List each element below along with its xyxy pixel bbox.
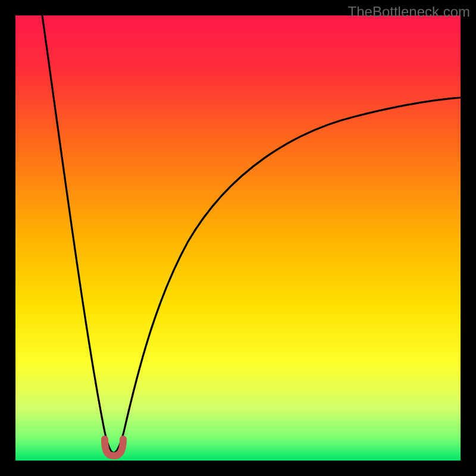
chart-svg [15,15,461,461]
gradient-background [15,15,461,461]
watermark-text: TheBottleneck.com [348,4,470,20]
plot-area [15,15,461,461]
